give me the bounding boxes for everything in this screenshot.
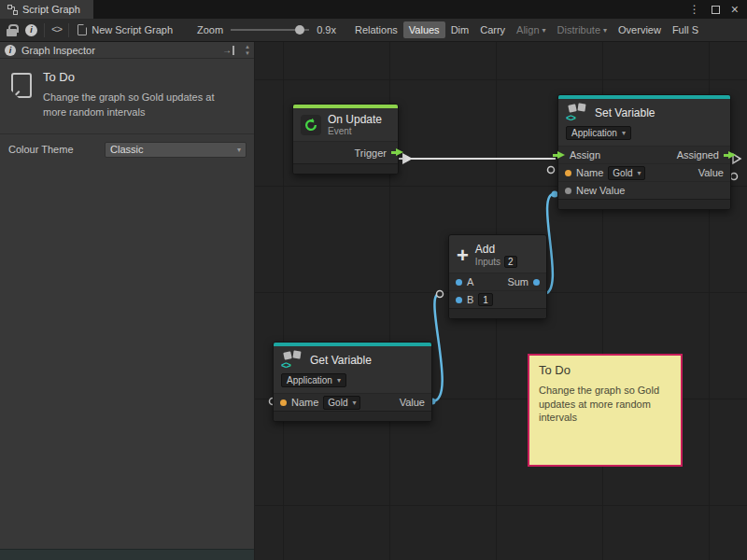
sticky-note-body: Change the graph so Gold updates at more… xyxy=(539,384,668,425)
name-port-icon[interactable] xyxy=(565,170,571,176)
chevron-down-icon: ▾ xyxy=(637,169,641,177)
script-graph-icon xyxy=(7,5,18,15)
overview-button[interactable]: Overview xyxy=(613,21,667,38)
inspector-header: i Graph Inspector → ▲ ▼ xyxy=(0,42,254,59)
inspector-scrollbar[interactable]: ▲ ▼ xyxy=(245,44,250,56)
tab-script-graph[interactable]: Script Graph xyxy=(0,0,93,19)
variable-scope-select[interactable]: Application ▾ xyxy=(281,373,346,387)
node-title: Add xyxy=(475,243,517,256)
node-add[interactable]: + Add Inputs 2 A Sum B 1 xyxy=(448,234,547,319)
scroll-down-icon[interactable]: ▼ xyxy=(245,50,250,56)
toolbar-buttons: Relations Values Dim Carry Align ▾ Distr… xyxy=(349,21,704,38)
new-graph-icon xyxy=(78,24,87,35)
inspector-info-icon: i xyxy=(5,45,16,56)
toolbar-separator xyxy=(44,23,45,37)
variable-name-select[interactable]: Gold ▾ xyxy=(608,166,645,180)
variable-icon: <> xyxy=(281,351,303,371)
inputs-label: Inputs xyxy=(475,257,500,267)
node-title: Get Variable xyxy=(310,354,372,367)
trigger-port-icon[interactable] xyxy=(391,148,403,157)
inspector-todo-title: To Do xyxy=(43,70,234,84)
inspector-footer-bar xyxy=(0,549,254,560)
b-port-label: B xyxy=(467,294,473,305)
inputs-count-stepper[interactable]: 2 xyxy=(504,256,517,268)
graph-toolbar: i <> New Script Graph Zoom 0.9x Relation… xyxy=(0,19,747,42)
name-port-icon[interactable] xyxy=(280,399,287,406)
window-controls: ⋮ × xyxy=(689,0,747,19)
sum-port-icon[interactable] xyxy=(533,279,540,286)
name-port-label: Name xyxy=(291,397,318,408)
distribute-button[interactable]: Distribute ▾ xyxy=(552,21,613,38)
sticky-note-title: To Do xyxy=(539,363,671,377)
zoom-slider-handle[interactable] xyxy=(295,25,304,35)
assign-port-label: Assign xyxy=(570,149,600,161)
node-get-variable[interactable]: <> Get Variable Application ▾ Name Gold … xyxy=(273,342,432,422)
node-title: Set Variable xyxy=(595,106,655,119)
dim-button[interactable]: Dim xyxy=(445,21,475,38)
node-set-variable[interactable]: <> Set Variable Application ▾ Assign Ass… xyxy=(557,94,731,210)
maximize-icon[interactable] xyxy=(712,6,720,14)
assigned-port-icon[interactable] xyxy=(724,151,736,160)
menu-icon[interactable]: ⋮ xyxy=(689,3,700,16)
trigger-port-label: Trigger xyxy=(355,147,387,159)
assigned-port-label: Assigned xyxy=(677,149,719,161)
value-port-label: Value xyxy=(400,397,425,408)
a-port-icon[interactable] xyxy=(456,279,462,286)
relations-button[interactable]: Relations xyxy=(349,21,403,38)
values-button[interactable]: Values xyxy=(403,21,445,38)
port-setvar-value-edge xyxy=(731,174,738,180)
inspector-todo-body: Change the graph so Gold updates at more… xyxy=(43,91,234,120)
inspector-todo-section: To Do Change the graph so Gold updates a… xyxy=(0,59,254,134)
chevron-down-icon: ▾ xyxy=(603,26,607,35)
inspector-title: Graph Inspector xyxy=(21,45,95,56)
b-value-field[interactable]: 1 xyxy=(478,293,493,306)
node-on-update[interactable]: On Update Event Trigger xyxy=(292,104,399,175)
dock-icon[interactable]: → xyxy=(222,46,234,55)
lock-icon[interactable] xyxy=(7,24,17,36)
node-footer xyxy=(558,199,730,209)
b-port-icon[interactable] xyxy=(456,297,462,303)
chevron-down-icon: ▾ xyxy=(543,26,546,35)
sum-port-label: Sum xyxy=(507,276,529,287)
info-icon[interactable]: i xyxy=(25,24,37,36)
fullscreen-button[interactable]: Full S xyxy=(667,21,704,38)
value-port-label: Value xyxy=(698,167,724,178)
zoom-label: Zoom xyxy=(197,24,223,35)
graph-canvas[interactable]: On Update Event Trigger <> Set Variable xyxy=(255,42,747,560)
close-icon[interactable]: × xyxy=(731,2,739,17)
colour-theme-label: Colour Theme xyxy=(8,144,74,155)
new-value-port-label: New Value xyxy=(576,185,625,196)
colour-theme-select[interactable]: Classic ▾ xyxy=(105,142,247,158)
scroll-up-icon[interactable]: ▲ xyxy=(245,44,250,49)
node-footer xyxy=(449,308,546,318)
note-icon xyxy=(11,73,32,98)
node-subtitle: Event xyxy=(328,126,382,136)
toolbar-separator xyxy=(68,23,69,37)
port-setvar-name-edge xyxy=(548,167,555,174)
node-footer xyxy=(274,411,431,421)
colour-theme-value: Classic xyxy=(110,144,143,155)
variable-scope-select[interactable]: Application ▾ xyxy=(566,126,631,140)
sticky-note[interactable]: To Do Change the graph so Gold updates a… xyxy=(528,354,683,467)
variable-icon: <> xyxy=(566,104,588,123)
zoom-slider[interactable] xyxy=(231,24,309,35)
window-tab-bar: Script Graph ⋮ × xyxy=(0,0,747,19)
wire-arrowhead-icon xyxy=(402,153,413,164)
carry-button[interactable]: Carry xyxy=(474,21,511,38)
chevron-down-icon: ▾ xyxy=(237,146,241,154)
assign-port-icon[interactable] xyxy=(553,151,565,160)
new-value-port-icon[interactable] xyxy=(565,188,571,194)
variable-name-select[interactable]: Gold ▾ xyxy=(323,396,360,410)
chevron-down-icon: ▾ xyxy=(352,399,356,407)
a-port-label: A xyxy=(467,276,473,287)
graph-inspector-panel: i Graph Inspector → ▲ ▼ To Do Change the… xyxy=(0,42,255,560)
new-graph-label[interactable]: New Script Graph xyxy=(92,24,173,35)
code-icon[interactable]: <> xyxy=(51,24,62,35)
name-port-label: Name xyxy=(576,167,603,178)
node-footer xyxy=(293,163,398,174)
chevron-down-icon: ▾ xyxy=(337,376,341,385)
align-button[interactable]: Align ▾ xyxy=(511,21,551,38)
port-a-endpoint xyxy=(437,291,444,298)
tab-title: Script Graph xyxy=(22,4,80,15)
add-icon: + xyxy=(457,246,469,265)
